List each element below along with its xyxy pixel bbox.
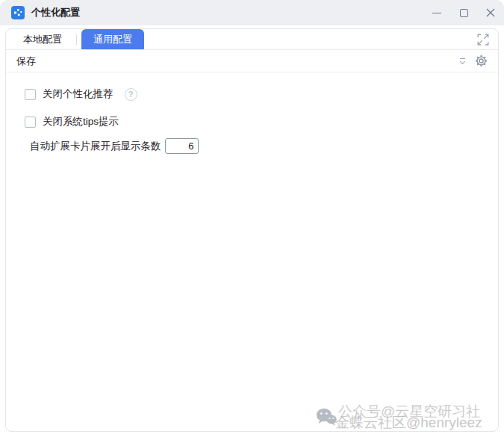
toolbar-right xyxy=(458,55,488,67)
checkbox-row-system-tips[interactable]: 关闭系统tips提示 xyxy=(25,115,498,128)
checkbox-close-system-tips[interactable] xyxy=(25,117,36,128)
checkbox-row-personalized-recommendation[interactable]: 关闭个性化推荐 ? xyxy=(25,87,498,101)
settings-content: 关闭个性化推荐 ? 关闭系统tips提示 自动扩展卡片展开后显示条数 xyxy=(6,72,498,154)
save-button[interactable]: 保存 xyxy=(16,55,36,68)
display-count-input[interactable] xyxy=(165,138,199,154)
help-icon[interactable]: ? xyxy=(125,88,137,101)
display-count-label: 自动扩展卡片展开后显示条数 xyxy=(30,140,161,153)
personalization-config-window: 个性化配置 本地配置 通用配置 xyxy=(0,0,504,437)
minimize-icon[interactable] xyxy=(423,0,450,25)
titlebar: 个性化配置 xyxy=(0,0,504,25)
checkbox-close-personalized-recommendation[interactable] xyxy=(25,89,36,100)
app-logo-icon xyxy=(11,6,25,19)
window-title: 个性化配置 xyxy=(31,6,80,19)
checkbox-label[interactable]: 关闭个性化推荐 xyxy=(43,87,113,101)
maximize-icon[interactable] xyxy=(450,0,477,25)
display-count-row: 自动扩展卡片展开后显示条数 xyxy=(30,138,498,154)
tab-general-config[interactable]: 通用配置 xyxy=(81,29,144,49)
config-panel: 本地配置 通用配置 保存 xyxy=(5,28,499,432)
tabbar: 本地配置 通用配置 xyxy=(6,29,498,50)
close-icon[interactable] xyxy=(477,0,504,25)
checkbox-label[interactable]: 关闭系统tips提示 xyxy=(43,115,119,128)
collapse-toolbar-icon[interactable] xyxy=(458,58,466,63)
tab-local-config[interactable]: 本地配置 xyxy=(13,29,72,49)
window-controls xyxy=(423,0,504,25)
expand-icon[interactable] xyxy=(477,34,489,46)
tab-divider xyxy=(76,34,77,45)
gear-icon[interactable] xyxy=(475,55,488,67)
toolbar: 保存 xyxy=(6,50,498,72)
